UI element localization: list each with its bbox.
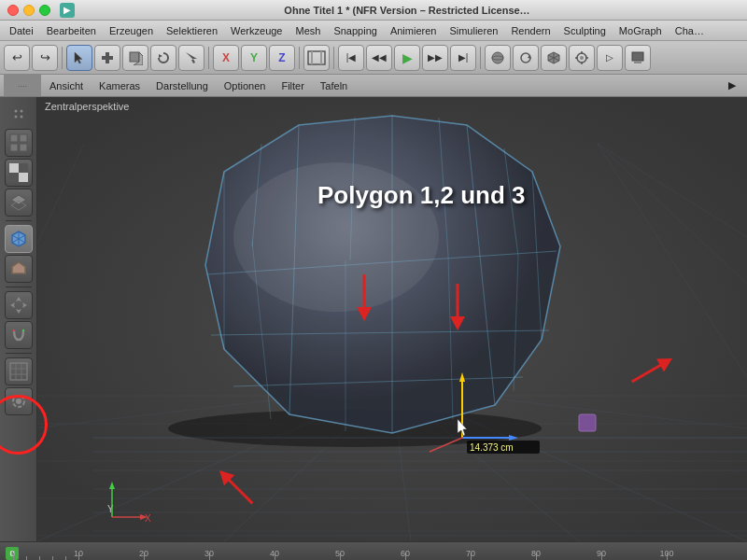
menu-erzeugen[interactable]: Erzeugen [104, 23, 159, 38]
tb2-darstellung[interactable]: Darstellung [148, 78, 216, 93]
svg-point-16 [580, 56, 584, 60]
menu-werkzeuge[interactable]: Werkzeuge [225, 23, 288, 38]
sidebar-object-cube[interactable] [5, 225, 33, 253]
sidebar-sep1 [6, 220, 32, 221]
svg-rect-7 [320, 51, 322, 64]
separator [62, 47, 63, 69]
prev-keyframe-button[interactable]: |◀ [338, 45, 364, 71]
ruler-label-0: 0 [10, 549, 15, 558]
sub-tick [26, 556, 27, 560]
tb2-optionen[interactable]: Optionen [217, 78, 274, 93]
constraint-z-button[interactable]: Z [269, 45, 295, 71]
render-button[interactable]: ▷ [597, 45, 623, 71]
select-arrow-button[interactable] [66, 45, 92, 71]
sync-button[interactable] [513, 45, 539, 71]
svg-point-24 [20, 110, 22, 113]
polygon-annotation: Polygon 1,2 und 3 [317, 181, 525, 210]
render2-button[interactable] [625, 45, 651, 71]
minimize-button[interactable] [23, 5, 35, 16]
tb2-ansicht[interactable]: Ansicht [42, 78, 91, 93]
svg-point-26 [20, 116, 22, 119]
sidebar-settings[interactable] [5, 387, 33, 415]
ruler-label-70: 70 [466, 549, 475, 558]
menubar: Datei Bearbeiten Erzeugen Selektieren We… [0, 21, 747, 41]
viewport-label: Zentralperspektive [45, 101, 130, 112]
svg-text:14.373 cm: 14.373 cm [470, 442, 514, 453]
sidebar-move[interactable] [5, 291, 33, 319]
traffic-lights [7, 5, 50, 16]
svg-point-50 [16, 399, 21, 404]
close-button[interactable] [7, 5, 19, 16]
menu-cha[interactable]: Cha… [669, 23, 710, 38]
add-button[interactable] [94, 45, 120, 71]
sidebar-view-mode[interactable] [5, 129, 33, 157]
3d-scene-svg: Y X 14.373 cm [37, 97, 747, 541]
constraint-x-button[interactable]: X [213, 45, 239, 71]
constraint-y-button[interactable]: Y [241, 45, 267, 71]
window-title: Ohne Titel 1 * (NFR Version – Restricted… [75, 5, 740, 16]
svg-rect-2 [130, 52, 139, 62]
tb2-filter[interactable]: Filter [274, 78, 311, 93]
fx-button[interactable] [569, 45, 595, 71]
svg-text:X: X [145, 513, 151, 524]
svg-rect-29 [10, 144, 18, 151]
viewport[interactable]: Zentralperspektive [37, 97, 747, 541]
sub-tick [52, 556, 53, 560]
menu-rendern[interactable]: Rendern [505, 23, 556, 38]
menu-snapping[interactable]: Snapping [328, 23, 383, 38]
undo-button[interactable]: ↩ [4, 45, 30, 71]
svg-rect-27 [10, 134, 18, 142]
sidebar-snap[interactable] [5, 357, 33, 385]
svg-point-8 [492, 52, 503, 63]
svg-rect-6 [311, 51, 313, 64]
ruler-label-60: 60 [401, 549, 410, 558]
menu-selektieren[interactable]: Selektieren [161, 23, 223, 38]
menu-mesh[interactable]: Mesh [289, 23, 326, 38]
next-frame-button[interactable]: ▶▶ [422, 45, 448, 71]
svg-point-23 [14, 110, 17, 113]
toolbar2-icon: ···· [4, 75, 41, 96]
ruler-label-90: 90 [597, 549, 606, 558]
tb2-expand[interactable]: ▶ [721, 77, 743, 93]
separator5 [480, 47, 481, 69]
tb2-tafeln[interactable]: Tafeln [313, 78, 355, 93]
frame-button[interactable] [303, 45, 330, 71]
select2-button[interactable] [178, 45, 204, 71]
svg-text:Y: Y [107, 504, 114, 514]
svg-marker-4 [159, 54, 162, 58]
next-keyframe-button[interactable]: ▶| [450, 45, 476, 71]
sidebar-layers[interactable] [5, 189, 33, 217]
svg-rect-28 [20, 134, 27, 142]
menu-datei[interactable]: Datei [4, 23, 39, 38]
svg-marker-41 [16, 297, 21, 314]
separator4 [333, 47, 334, 69]
rotate-button[interactable] [150, 45, 176, 71]
toolbar2: ···· Ansicht Kameras Darstellung Optione… [0, 75, 747, 97]
ruler-ticks: 0 10 20 30 40 50 60 70 80 90 100 [13, 542, 747, 560]
sidebar-magnet[interactable] [5, 321, 33, 349]
play-button[interactable]: ▶ [394, 45, 420, 71]
tb2-kameras[interactable]: Kameras [92, 78, 148, 93]
menu-mograph[interactable]: MoGraph [613, 23, 668, 38]
sphere-button[interactable] [485, 45, 511, 71]
main-layout: Zentralperspektive [0, 97, 747, 541]
ruler-label-10: 10 [74, 549, 83, 558]
left-sidebar [0, 97, 37, 541]
sidebar-material[interactable] [5, 255, 33, 283]
separator3 [299, 47, 300, 69]
menu-sculpting[interactable]: Sculpting [558, 23, 612, 38]
sidebar-checkerboard[interactable] [5, 159, 33, 187]
menu-simulieren[interactable]: Simulieren [444, 23, 503, 38]
timeline-ruler[interactable]: 0 0 10 20 30 40 50 60 70 80 90 100 [0, 541, 747, 560]
go-icon[interactable]: ▶ [60, 3, 75, 18]
menu-bearbeiten[interactable]: Bearbeiten [41, 23, 102, 38]
cube-button[interactable] [122, 45, 148, 71]
prev-frame-button[interactable]: ◀◀ [366, 45, 392, 71]
cube2-button[interactable] [541, 45, 567, 71]
maximize-button[interactable] [39, 5, 50, 16]
redo-button[interactable]: ↪ [32, 45, 58, 71]
ruler-label-100: 100 [659, 549, 673, 558]
svg-marker-34 [11, 195, 26, 204]
sidebar-sep3 [6, 353, 32, 354]
menu-animieren[interactable]: Animieren [385, 23, 443, 38]
